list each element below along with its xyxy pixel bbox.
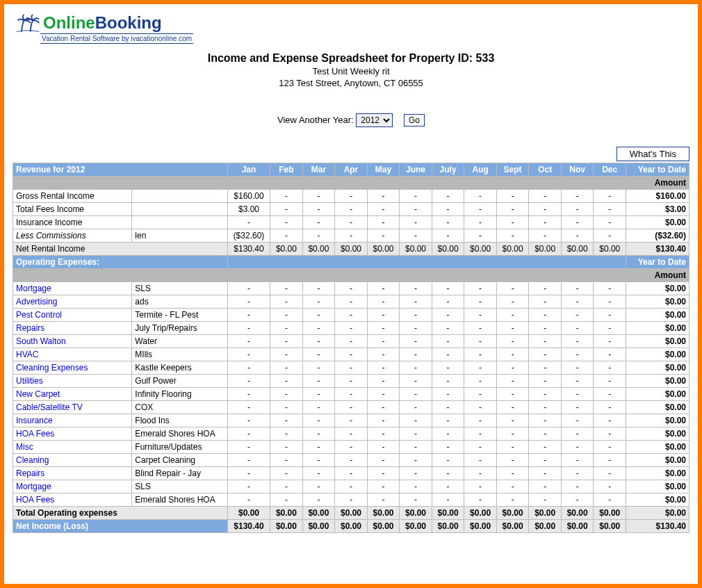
row-name[interactable]: Repairs [13,467,132,480]
row-name[interactable]: Advertising [13,295,132,309]
row-name[interactable]: Repairs [13,322,132,335]
net-rental-label: Net Rental Income [13,243,228,256]
cell: - [367,190,400,203]
cell: - [594,322,626,335]
expense-link[interactable]: Pest Control [16,310,62,320]
cell: - [400,467,432,480]
cell: - [496,493,529,507]
cell: $0.00 [529,243,562,256]
cell: $0.00 [561,507,594,520]
cell: $0.00 [594,243,626,256]
row-name[interactable]: South Walton [13,335,132,348]
row-name[interactable]: Mortgage [13,282,132,295]
table-row: New CarpetInfinity Flooring------------$… [13,388,689,401]
cell: - [464,348,497,361]
expense-link[interactable]: Mortgage [16,284,51,293]
cell: - [270,427,303,441]
cell: - [594,203,626,216]
ytd-cell: $130.40 [626,520,689,533]
table-row: MortgageSLS------------$0.00 [13,282,689,295]
cell: - [529,375,562,388]
row-name[interactable]: Misc [13,441,132,454]
cell: - [367,401,400,414]
whats-this-button[interactable]: What's This [617,147,689,161]
cell: - [432,493,464,507]
month-header: Dec [594,163,626,177]
expense-link[interactable]: Cleaning [16,455,49,465]
cell: - [496,467,529,480]
cell: - [270,229,303,243]
cell: $0.00 [432,507,464,520]
expense-link[interactable]: Utilities [16,376,43,386]
month-header: Sept [496,163,529,177]
row-name[interactable]: HVAC [13,348,132,361]
expense-link[interactable]: Repairs [16,323,44,333]
cell: - [529,388,562,401]
row-name[interactable]: Cleaning [13,454,132,467]
cell: - [529,203,562,216]
cell: - [432,401,464,414]
table-row: RepairsJuly Trip/Repairs------------$0.0… [13,322,689,335]
year-select[interactable]: 2012 [356,113,393,127]
cell: $0.00 [335,520,368,533]
cell: - [367,441,400,454]
row-name[interactable]: Cable/Satellite TV [13,401,132,414]
row-name[interactable]: HOA Fees [13,427,132,441]
cell: - [400,322,432,335]
expense-link[interactable]: Cleaning Expenses [16,363,88,373]
revenue-header: Revenue for 2012 [13,163,228,177]
row-name: Insurance Income [13,216,132,229]
cell: - [270,375,303,388]
expense-link[interactable]: Repairs [16,468,44,478]
expense-link[interactable]: HOA Fees [16,495,54,505]
expense-link[interactable]: HOA Fees [16,429,54,439]
cell: - [529,401,562,414]
cell: $0.00 [561,520,594,533]
cell: - [367,322,400,335]
cell: - [432,229,464,243]
cell: - [432,348,464,361]
ytd-cell: $0.00 [626,388,689,401]
cell: - [496,216,529,229]
cell: - [464,427,497,441]
expense-link[interactable]: New Carpet [16,389,60,399]
go-button[interactable]: Go [404,114,425,126]
cell: - [496,480,529,493]
cell: - [594,441,626,454]
row-name[interactable]: Cleaning Expenses [13,361,132,375]
cell: - [561,322,594,335]
cell: - [561,282,594,295]
table-row: South WaltonWater------------$0.00 [13,335,689,348]
row-name[interactable]: Mortgage [13,480,132,493]
cell: - [335,414,368,427]
cell: - [529,441,562,454]
palm-tree-icon [15,13,40,33]
cell: - [464,441,497,454]
month-header: Feb [270,163,303,177]
cell: $0.00 [432,243,464,256]
expense-link[interactable]: South Walton [16,336,66,346]
cell: - [400,414,432,427]
cell: - [464,493,497,507]
expense-link[interactable]: Mortgage [16,482,51,491]
row-name[interactable]: New Carpet [13,388,132,401]
table-row: CleaningCarpet Cleaning------------$0.00 [13,454,689,467]
row-name[interactable]: Insurance [13,414,132,427]
logo-tagline: Vacation Rental Software by ivacationonl… [40,33,193,44]
expense-link[interactable]: Advertising [16,297,57,307]
row-note: Termite - FL Pest [132,309,227,322]
row-name[interactable]: HOA Fees [13,493,132,507]
expense-link[interactable]: HVAC [16,350,38,359]
expense-link[interactable]: Insurance [16,416,53,425]
cell: - [367,361,400,375]
row-name[interactable]: Pest Control [13,309,132,322]
expense-link[interactable]: Misc [16,442,33,452]
row-name[interactable]: Utilities [13,375,132,388]
ytd-cell: $0.00 [626,401,689,414]
expense-link[interactable]: Cable/Satellite TV [16,402,83,412]
ytd-cell: $0.00 [626,335,689,348]
row-note [132,216,227,229]
cell: - [302,375,335,388]
cell: - [367,216,400,229]
cell: - [335,335,368,348]
